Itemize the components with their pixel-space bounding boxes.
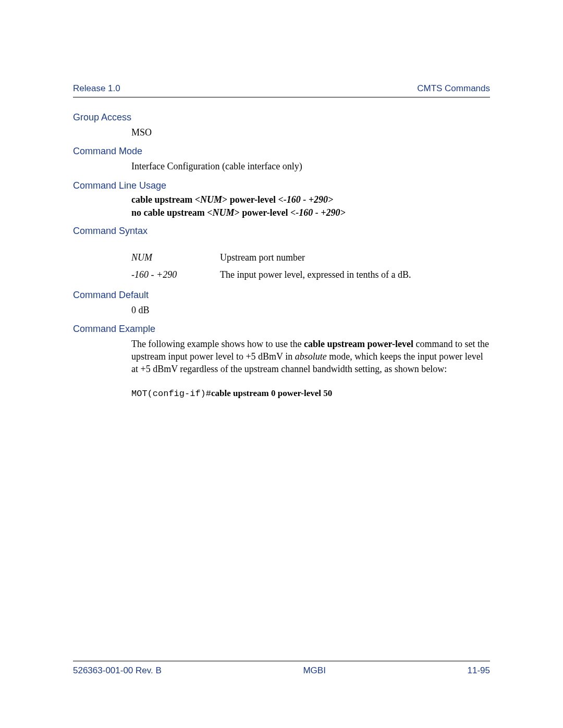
heading-command-mode: Command Mode: [73, 146, 490, 157]
footer-left: 526363-001-00 Rev. B: [73, 665, 162, 676]
page-header: Release 1.0 CMTS Commands: [73, 83, 490, 97]
example-code-line: MOT(config-if)#cable upstream 0 power-le…: [131, 388, 490, 399]
heading-group-access: Group Access: [73, 112, 490, 123]
usage2-arg1: NUM: [212, 207, 234, 218]
syntax-param: -160 - +290: [131, 269, 220, 280]
syntax-param: NUM: [131, 252, 220, 263]
command-default-value: 0 dB: [131, 304, 490, 316]
usage2-pre: no cable upstream <: [131, 207, 212, 218]
syntax-desc: Upstream port number: [220, 252, 490, 263]
syntax-table: NUM Upstream port number -160 - +290 The…: [131, 252, 490, 280]
usage1-mid: > power-level: [222, 194, 278, 205]
heading-command-default: Command Default: [73, 290, 490, 301]
syntax-row: NUM Upstream port number: [131, 252, 490, 263]
usage1-arg1: NUM: [200, 194, 222, 205]
command-mode-value: Interface Configuration (cable interface…: [131, 160, 490, 172]
usage1-pre: cable upstream <: [131, 194, 200, 205]
usage-line-1: cable upstream <NUM> power-level <-160 -…: [131, 194, 490, 205]
page-footer: 526363-001-00 Rev. B MGBI 11-95: [73, 661, 490, 676]
group-access-value: MSO: [131, 126, 490, 139]
heading-command-syntax: Command Syntax: [73, 226, 490, 237]
example-paragraph: The following example shows how to use t…: [131, 338, 490, 376]
example-p1: The following example shows how to use t…: [131, 339, 304, 349]
usage2-arg2: <-160 - +290>: [290, 207, 346, 218]
usage-line-2: no cable upstream <NUM> power-level <-16…: [131, 207, 490, 218]
usage1-arg2: <-160 - +290>: [278, 194, 334, 205]
example-b1: cable upstream power-level: [304, 339, 413, 349]
footer-center: MGBI: [303, 665, 325, 676]
footer-right: 11-95: [468, 665, 490, 676]
heading-command-line-usage: Command Line Usage: [73, 180, 490, 191]
example-i1: absolute: [295, 351, 327, 362]
code-cmd: cable upstream 0 power-level 50: [211, 388, 332, 398]
header-right: CMTS Commands: [417, 83, 490, 94]
header-left: Release 1.0: [73, 83, 120, 94]
heading-command-example: Command Example: [73, 324, 490, 335]
syntax-row: -160 - +290 The input power level, expre…: [131, 269, 490, 280]
usage2-mid: > power-level: [234, 207, 290, 218]
syntax-desc: The input power level, expressed in tent…: [220, 269, 490, 280]
code-prompt: MOT(config-if)#: [131, 389, 211, 399]
